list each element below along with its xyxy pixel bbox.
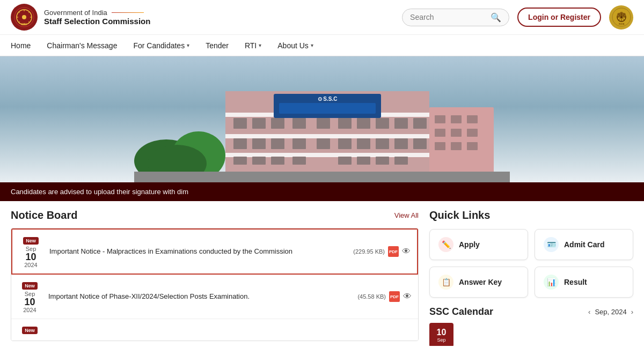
svg-rect-62 xyxy=(413,138,427,149)
calendar-month: Sep xyxy=(437,337,445,343)
svg-rect-51 xyxy=(394,118,408,129)
notice-item-1[interactable]: New Sep 10 2024 Important Notice - Malpr… xyxy=(11,228,418,275)
about-us-dropdown-arrow: ▾ xyxy=(311,42,313,48)
svg-rect-67 xyxy=(338,157,352,165)
svg-rect-56 xyxy=(292,138,306,149)
svg-rect-33 xyxy=(435,142,445,150)
navbar: Home Chairman's Message For Candidates ▾… xyxy=(0,35,644,56)
view-all-link[interactable]: View All xyxy=(394,211,419,219)
result-button[interactable]: 📊 Result xyxy=(535,267,633,298)
svg-rect-45 xyxy=(271,118,284,129)
svg-rect-48 xyxy=(338,118,352,129)
svg-rect-54 xyxy=(252,138,266,149)
svg-point-2 xyxy=(22,15,26,19)
header-right: 🔍 Login or Register INDIA xyxy=(402,5,633,29)
header: SSC Government of India Staff Selection … xyxy=(0,0,644,35)
notice-text-1: Important Notice - Malpractices in Exami… xyxy=(49,247,347,256)
new-badge-1: New xyxy=(23,237,39,245)
hero-banner: ⊙ S.S.C xyxy=(0,56,644,182)
nav-rti[interactable]: RTI ▾ xyxy=(245,37,261,54)
nav-tender[interactable]: Tender xyxy=(206,37,229,54)
svg-rect-39 xyxy=(225,153,429,157)
eye-icon-2[interactable]: 👁 xyxy=(403,292,412,301)
apply-icon: ✏️ xyxy=(438,237,453,252)
rti-dropdown-arrow: ▾ xyxy=(259,42,261,48)
calendar-entry: 10 Sep xyxy=(429,323,633,346)
new-badge-3: New xyxy=(22,327,38,334)
svg-rect-61 xyxy=(394,138,408,149)
nav-chairmans-message[interactable]: Chairman's Message xyxy=(47,37,117,54)
logo-divider xyxy=(112,12,144,13)
svg-text:INDIA: INDIA xyxy=(618,23,624,25)
search-box[interactable]: 🔍 xyxy=(402,9,509,26)
svg-rect-34 xyxy=(451,142,462,150)
apply-button[interactable]: ✏️ Apply xyxy=(429,229,528,260)
nav-about-us[interactable]: About Us ▾ xyxy=(277,37,313,54)
notice-meta-1: (229.95 KB) PDF 👁 xyxy=(353,246,411,257)
answer-key-button[interactable]: 📋 Answer Key xyxy=(429,267,528,298)
notice-year-1: 2024 xyxy=(19,262,43,268)
answer-key-icon: 📋 xyxy=(438,275,453,290)
svg-rect-29 xyxy=(467,115,478,123)
notice-item-2[interactable]: New Sep 10 2024 Important Notice of Phas… xyxy=(11,275,418,319)
notice-date-2: New Sep 10 2024 xyxy=(18,280,42,313)
notice-list: New Sep 10 2024 Important Notice - Malpr… xyxy=(11,228,419,341)
svg-rect-43 xyxy=(233,118,247,129)
svg-rect-68 xyxy=(357,157,370,165)
svg-rect-35 xyxy=(467,142,478,150)
pdf-icon-1[interactable]: PDF xyxy=(388,246,399,257)
new-badge-2: New xyxy=(22,282,38,290)
svg-text:⊙ S.S.C: ⊙ S.S.C xyxy=(318,96,338,102)
svg-rect-47 xyxy=(317,118,330,129)
notice-date-1: New Sep 10 2024 xyxy=(19,235,43,268)
logo-text: Government of India Staff Selection Comm… xyxy=(44,9,150,26)
pdf-icon-2[interactable]: PDF xyxy=(389,291,400,302)
ssc-calendar-title: SSC Calendar xyxy=(429,306,493,317)
svg-rect-28 xyxy=(451,115,462,123)
ticker-bar: Candidates are advised to upload their s… xyxy=(0,182,644,201)
svg-rect-64 xyxy=(252,157,266,165)
header-left: SSC Government of India Staff Selection … xyxy=(11,4,150,31)
main-content: Notice Board View All New Sep 10 2024 Im… xyxy=(0,201,644,346)
notice-day-2: 10 xyxy=(18,297,42,307)
calendar-prev-arrow[interactable]: ‹ xyxy=(588,308,590,316)
svg-rect-50 xyxy=(376,118,389,129)
svg-rect-70 xyxy=(394,157,408,165)
login-register-button[interactable]: Login or Register xyxy=(517,8,601,27)
calendar-nav: ‹ Sep, 2024 › xyxy=(588,308,633,316)
nav-home[interactable]: Home xyxy=(11,37,31,54)
result-icon: 📊 xyxy=(544,275,559,290)
svg-rect-60 xyxy=(376,138,389,149)
notice-meta-2: (45.58 KB) PDF 👁 xyxy=(357,291,412,302)
file-size-1: (229.95 KB) xyxy=(353,248,385,255)
ssc-calendar-header: SSC Calendar ‹ Sep, 2024 › xyxy=(429,306,633,317)
logo-emblem: SSC xyxy=(11,4,38,31)
calendar-month-label: Sep, 2024 xyxy=(595,308,626,316)
ticker-text: Candidates are advised to upload their s… xyxy=(11,188,188,196)
svg-rect-30 xyxy=(435,129,445,137)
calendar-next-arrow[interactable]: › xyxy=(631,308,633,316)
notice-item-3[interactable]: New xyxy=(11,319,418,341)
notice-board-title: Notice Board xyxy=(11,209,77,221)
calendar-day: 10 xyxy=(437,328,447,337)
svg-rect-31 xyxy=(451,129,462,137)
notice-board: Notice Board View All New Sep 10 2024 Im… xyxy=(11,209,419,338)
svg-rect-27 xyxy=(435,115,445,123)
file-size-2: (45.58 KB) xyxy=(357,293,386,300)
notice-board-header: Notice Board View All xyxy=(11,209,419,221)
national-emblem: INDIA xyxy=(609,5,633,29)
admit-card-button[interactable]: 🪪 Admit Card xyxy=(535,229,633,260)
svg-rect-71 xyxy=(134,172,510,182)
svg-rect-57 xyxy=(317,138,330,149)
svg-rect-69 xyxy=(376,157,389,165)
search-input[interactable] xyxy=(410,13,491,21)
notice-day-1: 10 xyxy=(19,252,43,262)
notice-text-2: Important Notice of Phase-XII/2024/Selec… xyxy=(48,292,351,301)
svg-rect-55 xyxy=(271,138,284,149)
eye-icon-1[interactable]: 👁 xyxy=(402,247,411,256)
nav-for-candidates[interactable]: For Candidates ▾ xyxy=(133,37,189,54)
notice-date-3: New xyxy=(18,324,42,335)
notice-year-2: 2024 xyxy=(18,307,42,313)
svg-rect-38 xyxy=(225,134,429,138)
svg-rect-42 xyxy=(279,103,376,114)
